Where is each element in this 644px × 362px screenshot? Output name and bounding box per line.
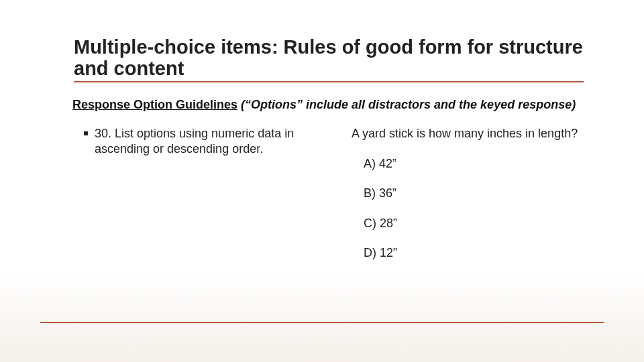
slide-title: Multiple-choice items: Rules of good for… [74,36,584,82]
example-question: A yard stick is how many inches in lengt… [352,126,593,141]
subhead-paren: (“Options” include all distractors and t… [241,98,576,111]
slide-subhead: Response Option Guidelines (“Options” in… [72,98,582,112]
slide: Multiple-choice items: Rules of good for… [0,0,644,362]
example-column: A yard stick is how many inches in lengt… [352,126,593,276]
rule-text: 30. List options using numeric data in a… [95,126,332,156]
rule-column: 30. List options using numeric data in a… [84,126,332,156]
bottom-rule [40,322,604,323]
option-a: A) 42” [364,156,593,172]
rule-bullet: 30. List options using numeric data in a… [84,126,332,156]
option-b: B) 36” [364,186,593,201]
subhead-lead: Response Option Guidelines [72,98,237,111]
option-c: C) 28” [364,216,593,231]
option-d: D) 12” [364,245,593,261]
example-options: A) 42” B) 36” C) 28” D) 12” [352,156,593,261]
square-bullet-icon [84,131,88,135]
